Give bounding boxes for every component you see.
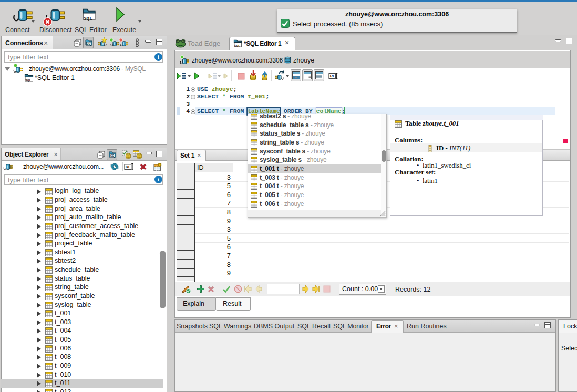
svg-text:GO: GO xyxy=(110,154,115,157)
svg-text:GO: GO xyxy=(87,43,91,45)
